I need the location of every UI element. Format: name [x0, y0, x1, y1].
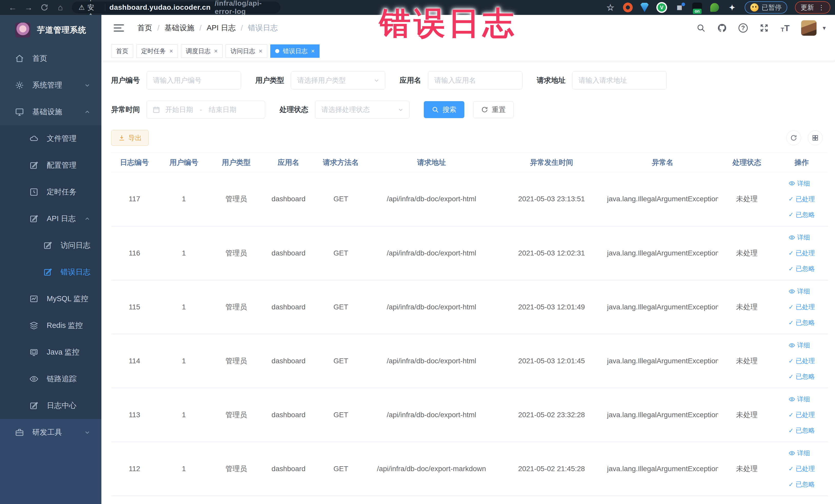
browser-menu-kebab-icon[interactable]: ⋮ — [818, 4, 825, 12]
bookmark-star-icon[interactable]: ☆ — [606, 3, 615, 12]
column-header-user-id: 用户编号 — [158, 153, 210, 172]
mark-processed-link[interactable]: ✓已处理 — [789, 410, 815, 419]
breadcrumb-item-api-log[interactable]: API 日志 — [207, 23, 236, 33]
sidebar-item-access-log[interactable]: 访问日志 — [0, 232, 101, 259]
mark-ignored-link[interactable]: ✓已忽略 — [789, 372, 815, 381]
mark-ignored-link[interactable]: ✓已忽略 — [789, 426, 815, 435]
app-name-input[interactable] — [428, 72, 522, 89]
extensions-puzzle-icon[interactable]: ✦ — [727, 3, 737, 12]
user-type-select[interactable]: 请选择用户类型 — [291, 72, 385, 89]
tab-scheduled-tasks[interactable]: 定时任务 × — [136, 44, 178, 58]
request-url-input[interactable] — [572, 72, 667, 89]
sidebar-item-file-management[interactable]: 文件管理 — [0, 125, 101, 152]
search-icon[interactable] — [696, 23, 706, 33]
browser-back-button[interactable]: ← — [5, 2, 21, 13]
sidebar-item-infrastructure[interactable]: 基础设施 — [0, 99, 101, 125]
sidebar-item-mysql-monitor[interactable]: MySQL 监控 — [0, 285, 101, 312]
app-logo[interactable]: 芋道管理系统 — [0, 15, 101, 45]
font-size-icon[interactable]: TT — [780, 23, 790, 33]
mark-ignored-link[interactable]: ✓已忽略 — [789, 318, 815, 327]
toolbox-icon — [15, 428, 24, 437]
browser-forward-button[interactable]: → — [21, 2, 37, 13]
sidebar-item-error-log[interactable]: 错误日志 — [0, 259, 101, 285]
mark-ignored-link[interactable]: ✓已忽略 — [789, 480, 815, 489]
tab-close-icon[interactable]: × — [259, 47, 262, 55]
table-settings-group — [786, 130, 823, 145]
sidebar-item-trace[interactable]: 链路追踪 — [0, 366, 101, 392]
sidebar-item-java-monitor[interactable]: Java 监控 — [0, 339, 101, 366]
mark-processed-link[interactable]: ✓已处理 — [789, 357, 815, 365]
tab-schedule-log[interactable]: 调度日志 × — [181, 44, 223, 58]
tab-close-icon[interactable]: × — [311, 47, 315, 55]
column-settings-button[interactable] — [808, 130, 823, 145]
tab-close-icon[interactable]: × — [169, 47, 173, 55]
paused-badge[interactable]: 已暂停 — [745, 1, 787, 14]
mark-processed-link[interactable]: ✓已处理 — [789, 303, 815, 311]
mark-processed-link[interactable]: ✓已处理 — [789, 195, 815, 203]
url-bar[interactable]: ⚠ 不安全 dashboard.yudao.iocoder.cn/infra/l… — [72, 2, 280, 13]
detail-link[interactable]: 详细 — [789, 179, 810, 188]
detail-link[interactable]: 详细 — [789, 341, 810, 349]
filter-label: 用户编号 — [111, 76, 140, 85]
sidebar-item-config-management[interactable]: 配置管理 — [0, 152, 101, 179]
mark-ignored-link[interactable]: ✓已忽略 — [789, 210, 815, 219]
reset-button-label: 重置 — [492, 105, 506, 114]
cell-process-status: 未处理 — [718, 226, 775, 280]
export-button[interactable]: 导出 — [111, 130, 149, 146]
extension-icon-orange[interactable] — [623, 3, 633, 12]
column-header-app-name: 应用名 — [262, 153, 315, 172]
github-icon[interactable] — [717, 23, 727, 33]
tab-close-icon[interactable]: × — [214, 47, 218, 55]
help-icon[interactable]: ? — [738, 23, 748, 33]
cell-exception-name: java.lang.IllegalArgumentException — [607, 442, 718, 496]
process-status-select[interactable]: 请选择处理状态 — [315, 101, 409, 119]
search-button[interactable]: 搜索 — [424, 101, 464, 118]
fullscreen-icon[interactable] — [759, 23, 769, 33]
filter-label: 异常时间 — [111, 105, 140, 115]
sidebar-item-scheduled-tasks[interactable]: 定时任务 — [0, 179, 101, 205]
browser-update-button[interactable]: 更新 ⋮ — [795, 1, 830, 14]
detail-link[interactable]: 详细 — [789, 287, 810, 296]
check-icon: ✓ — [789, 373, 794, 380]
extension-icon-blue-shield[interactable] — [640, 3, 649, 12]
sidebar-item-home[interactable]: 首页 — [0, 45, 101, 72]
sidebar-item-dev-tools[interactable]: 研发工具 — [0, 419, 101, 446]
sidebar-item-system-management[interactable]: 系统管理 — [0, 72, 101, 99]
detail-link[interactable]: 详细 — [789, 233, 810, 242]
browser-reload-button[interactable] — [37, 2, 53, 13]
avatar-caret-icon[interactable]: ▾ — [823, 24, 826, 32]
extension-icon-switch[interactable]: on — [692, 3, 702, 12]
refresh-table-button[interactable] — [786, 130, 801, 145]
tab-home[interactable]: 首页 — [111, 44, 133, 58]
cell-log-id: 116 — [111, 226, 158, 280]
extension-icon-plant[interactable] — [710, 3, 719, 12]
exception-time-range-picker[interactable]: 开始日期 - 结束日期 — [147, 101, 265, 119]
user-avatar[interactable] — [801, 20, 816, 36]
tab-access-log[interactable]: 访问日志 × — [226, 44, 267, 58]
extension-icon-grid[interactable]: ▦ — [675, 3, 685, 12]
sidebar-item-api-log[interactable]: API 日志 — [0, 205, 101, 232]
table-row: 115 1 管理员 dashboard GET /api/infra/db-do… — [111, 280, 828, 334]
sidebar-item-log-center[interactable]: 日志中心 — [0, 392, 101, 419]
detail-link[interactable]: 详细 — [789, 449, 810, 457]
mark-ignored-link[interactable]: ✓已忽略 — [789, 264, 815, 273]
sidebar-item-redis-monitor[interactable]: Redis 监控 — [0, 312, 101, 339]
mark-processed-link[interactable]: ✓已处理 — [789, 249, 815, 257]
breadcrumb-item-infrastructure[interactable]: 基础设施 — [165, 23, 194, 33]
breadcrumb-item-home[interactable]: 首页 — [137, 23, 152, 33]
filter-user-id: 用户编号 — [111, 72, 241, 89]
tab-error-log[interactable]: 错误日志 × — [270, 44, 320, 58]
cell-method: GET — [315, 226, 367, 280]
mark-processed-link[interactable]: ✓已处理 — [789, 464, 815, 473]
cell-request-url: /api/infra/db-doc/export-markdown — [367, 442, 496, 496]
app-title: 芋道管理系统 — [37, 25, 86, 36]
check-icon: ✓ — [789, 319, 794, 326]
user-id-input[interactable] — [147, 72, 241, 89]
detail-link[interactable]: 详细 — [789, 395, 810, 403]
extension-icon-green-v[interactable]: V — [656, 2, 667, 13]
reset-button[interactable]: 重置 — [473, 101, 514, 118]
eye-icon — [789, 342, 795, 349]
browser-home-button[interactable]: ⌂ — [53, 2, 68, 13]
sidebar-collapse-button[interactable] — [114, 24, 124, 32]
breadcrumb-separator: / — [200, 24, 202, 32]
